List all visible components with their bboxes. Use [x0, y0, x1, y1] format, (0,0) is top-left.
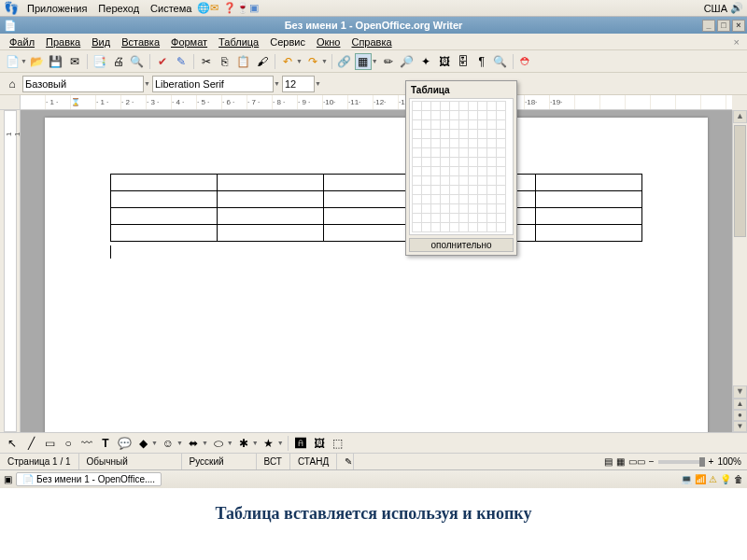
minimize-button[interactable]: _ — [702, 20, 715, 32]
freeform-tool[interactable]: 〰 — [78, 435, 95, 452]
vertical-scrollbar[interactable]: ▲ ▼ ▲ ● ▼ — [732, 110, 747, 432]
styles-window-button[interactable]: ⌂ — [4, 76, 21, 92]
rect-tool[interactable]: ▭ — [41, 435, 58, 452]
flowchart-tool[interactable]: ⬭ — [210, 435, 227, 452]
tray-update-icon[interactable]: 📶 — [695, 474, 706, 484]
mail-launcher-icon[interactable]: ✉ — [210, 2, 223, 15]
callouts-tool[interactable]: ✱ — [235, 435, 252, 452]
show-desktop-icon[interactable]: ▣ — [4, 474, 12, 484]
zoom-value[interactable]: 100% — [717, 456, 741, 467]
tray-bulb-icon[interactable]: 💡 — [720, 474, 731, 484]
auto-spellcheck-button[interactable]: ✎ — [173, 53, 190, 70]
scroll-up-button[interactable]: ▲ — [733, 110, 747, 123]
gallery-button[interactable]: 🖼 — [436, 53, 453, 70]
view-multi-page-icon[interactable]: ▦ — [616, 456, 625, 467]
view-book-icon[interactable]: ▭▭ — [628, 456, 645, 467]
maximize-button[interactable]: □ — [717, 20, 730, 32]
basic-shapes-tool[interactable]: ◆ — [134, 435, 151, 452]
navigator-button[interactable]: ✦ — [417, 53, 434, 70]
block-arrows-tool[interactable]: ⬌ — [185, 435, 202, 452]
redo-button[interactable]: ↷ — [304, 53, 321, 70]
tray-shield-icon[interactable]: ⚠ — [709, 474, 717, 484]
hyperlink-button[interactable]: 🔗 — [336, 53, 353, 70]
status-insert-mode[interactable]: ВСТ — [257, 454, 290, 469]
menu-view[interactable]: Вид — [86, 36, 116, 48]
menu-table[interactable]: Таблица — [213, 36, 264, 48]
print-button[interactable]: 🖨 — [110, 53, 127, 70]
help-launcher-icon[interactable]: ❓ — [223, 2, 236, 15]
scroll-down-button[interactable]: ▼ — [733, 385, 747, 399]
gnome-places-menu[interactable]: Переход — [92, 3, 145, 14]
font-size-select[interactable] — [282, 76, 315, 92]
document-viewport[interactable] — [21, 110, 732, 432]
zoom-button[interactable]: 🔍 — [492, 53, 509, 70]
zoom-out-icon[interactable]: − — [649, 456, 655, 467]
inserted-table[interactable] — [110, 174, 642, 242]
browser-launcher-icon[interactable]: 🌐 — [197, 2, 210, 15]
prev-page-nav[interactable]: ▲ — [733, 399, 747, 410]
insert-table-button[interactable]: ▦ — [355, 53, 372, 70]
print-preview-button[interactable]: 🔍 — [129, 53, 146, 70]
email-button[interactable]: ✉ — [66, 53, 83, 70]
document-page[interactable] — [45, 118, 708, 432]
close-button[interactable]: × — [732, 20, 745, 32]
extrusion-tool[interactable]: ⬚ — [330, 435, 346, 452]
table-more-button[interactable]: ополнительно — [409, 238, 514, 252]
zoom-slider[interactable] — [658, 460, 705, 464]
wine-launcher-icon[interactable]: 🍷 — [236, 2, 249, 15]
text-tool[interactable]: T — [97, 435, 114, 452]
menu-help[interactable]: Справка — [345, 36, 397, 48]
menu-tools[interactable]: Сервис — [264, 36, 311, 48]
open-button[interactable]: 📂 — [29, 53, 46, 70]
ellipse-tool[interactable]: ○ — [60, 435, 77, 452]
help-button[interactable]: ⛑ — [517, 53, 534, 70]
select-tool[interactable]: ↖ — [4, 435, 21, 452]
menu-edit[interactable]: Правка — [40, 36, 86, 48]
show-draw-button[interactable]: ✏ — [380, 53, 397, 70]
document-close-button[interactable]: × — [730, 36, 743, 48]
tray-network-icon[interactable]: 💻 — [681, 474, 692, 484]
nav-target-button[interactable]: ● — [733, 410, 747, 421]
find-button[interactable]: 🔎 — [399, 53, 416, 70]
undo-button[interactable]: ↶ — [279, 53, 296, 70]
tray-trash-icon[interactable]: 🗑 — [734, 474, 743, 484]
menu-file[interactable]: Файл — [4, 36, 40, 48]
cut-button[interactable]: ✂ — [198, 53, 215, 70]
export-pdf-button[interactable]: 📑 — [92, 53, 108, 70]
scroll-thumb[interactable] — [734, 125, 746, 237]
menu-format[interactable]: Формат — [165, 36, 213, 48]
horizontal-ruler[interactable]: · 1 ·⌛· 1 ·· 2 ·· 3 ·· 4 ·· 5 ·· 6 ·· 7 … — [21, 95, 732, 110]
table-grid-picker[interactable] — [409, 98, 514, 235]
keyboard-layout-indicator[interactable]: США — [704, 3, 727, 14]
status-language[interactable]: Русский — [182, 454, 257, 469]
new-doc-button[interactable]: 📄 — [4, 53, 21, 70]
paste-button[interactable]: 📋 — [235, 53, 252, 70]
save-button[interactable]: 💾 — [48, 53, 64, 70]
paragraph-style-select[interactable] — [22, 76, 144, 92]
menu-window[interactable]: Окно — [311, 36, 346, 48]
taskbar-window-button[interactable]: 📄 Без имени 1 - OpenOffice.... — [16, 472, 162, 486]
symbol-shapes-tool[interactable]: ☺ — [160, 435, 176, 452]
line-tool[interactable]: ╱ — [22, 435, 39, 452]
status-page-style[interactable]: Обычный — [79, 454, 182, 469]
font-name-select[interactable] — [152, 76, 274, 92]
callout-tool[interactable]: 💬 — [116, 435, 133, 452]
desktop-launcher-icon[interactable]: ▣ — [249, 2, 262, 15]
volume-icon[interactable]: 🔊 — [730, 2, 743, 14]
zoom-in-icon[interactable]: + — [709, 456, 714, 467]
data-sources-button[interactable]: 🗄 — [455, 53, 472, 70]
next-page-nav[interactable]: ▼ — [733, 421, 747, 432]
from-file-tool[interactable]: 🖼 — [311, 435, 328, 452]
vertical-ruler[interactable]: 112345678910 — [0, 110, 21, 432]
gnome-applications-menu[interactable]: Приложения — [21, 3, 92, 14]
format-paintbrush-button[interactable]: 🖌 — [254, 53, 271, 70]
spellcheck-button[interactable]: ✔ — [154, 53, 171, 70]
fontwork-tool[interactable]: 🅰 — [292, 435, 309, 452]
nonprinting-chars-button[interactable]: ¶ — [473, 53, 490, 70]
status-selection-mode[interactable]: СТАНД — [290, 454, 337, 469]
copy-button[interactable]: ⎘ — [217, 53, 233, 70]
view-single-page-icon[interactable]: ▤ — [604, 456, 613, 467]
gnome-system-menu[interactable]: Система — [145, 3, 197, 14]
menu-insert[interactable]: Вставка — [116, 36, 165, 48]
stars-tool[interactable]: ★ — [261, 435, 277, 452]
